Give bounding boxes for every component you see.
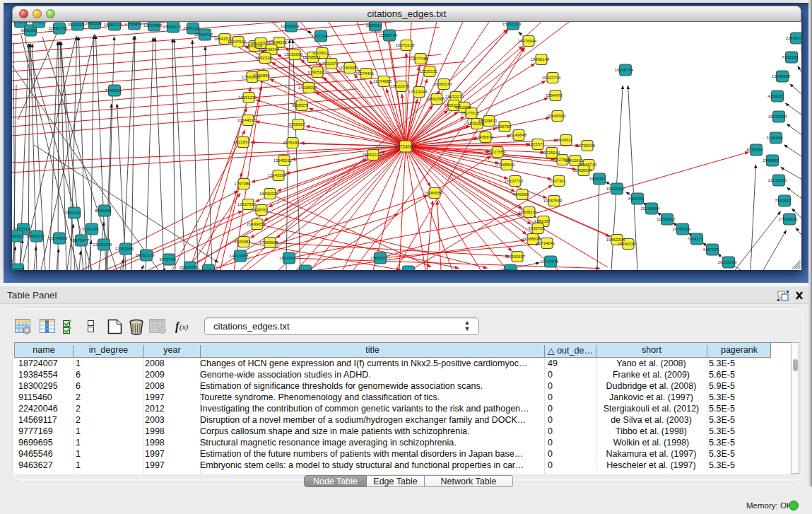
svg-text:3035728: 3035728 — [528, 226, 545, 230]
svg-text:10717675: 10717675 — [540, 259, 559, 264]
svg-text:15031529: 15031529 — [502, 22, 522, 26]
svg-text:20515263: 20515263 — [718, 260, 737, 264]
svg-text:18026717: 18026717 — [194, 33, 213, 37]
svg-text:5339937: 5339937 — [288, 122, 305, 127]
svg-text:22841736: 22841736 — [49, 26, 68, 30]
svg-text:3703859: 3703859 — [253, 74, 270, 78]
svg-text:14118095: 14118095 — [298, 86, 317, 90]
svg-text:17665640: 17665640 — [496, 163, 515, 167]
svg-text:4457975: 4457975 — [702, 247, 719, 252]
svg-text:3883910: 3883910 — [365, 23, 382, 28]
svg-text:12927396: 12927396 — [237, 202, 257, 206]
svg-text:7357234: 7357234 — [311, 34, 328, 38]
svg-text:12477488: 12477488 — [410, 57, 429, 61]
svg-text:21499058: 21499058 — [247, 222, 266, 226]
svg-text:22438378: 22438378 — [786, 36, 801, 40]
svg-text:4929082: 4929082 — [234, 240, 251, 244]
svg-text:20458054: 20458054 — [573, 168, 592, 173]
svg-text:7064171: 7064171 — [687, 237, 704, 241]
svg-text:3430558: 3430558 — [85, 22, 102, 25]
svg-text:5468605: 5468605 — [12, 267, 25, 270]
svg-text:19384554: 19384554 — [424, 191, 443, 195]
svg-text:19725914: 19725914 — [541, 151, 560, 155]
svg-text:5154104: 5154104 — [82, 227, 99, 231]
svg-text:7910827: 7910827 — [775, 199, 792, 203]
svg-text:2978182: 2978182 — [283, 141, 300, 145]
svg-text:19142407: 19142407 — [606, 187, 625, 191]
svg-text:8215958: 8215958 — [746, 148, 763, 152]
svg-text:13495588: 13495588 — [772, 74, 791, 78]
svg-text:18177615: 18177615 — [461, 111, 480, 115]
svg-text:12750036: 12750036 — [577, 144, 596, 148]
svg-text:10053809: 10053809 — [281, 24, 300, 28]
svg-text:19436144: 19436144 — [531, 57, 550, 62]
svg-text:20227559: 20227559 — [487, 150, 506, 154]
svg-text:20156684: 20156684 — [641, 206, 660, 211]
svg-text:13945012: 13945012 — [273, 158, 293, 163]
svg-text:19973477: 19973477 — [71, 238, 90, 243]
svg-text:4158480: 4158480 — [124, 22, 141, 26]
svg-text:17656906: 17656906 — [779, 217, 798, 221]
svg-text:22053165: 22053165 — [115, 247, 134, 251]
svg-text:10057659: 10057659 — [543, 199, 563, 203]
svg-text:18724007: 18724007 — [394, 144, 416, 149]
svg-text:3181037: 3181037 — [534, 219, 551, 223]
svg-text:11350932: 11350932 — [657, 217, 676, 221]
svg-text:5594478: 5594478 — [546, 93, 563, 98]
svg-text:15953222: 15953222 — [363, 153, 382, 157]
svg-text:10661588: 10661588 — [426, 97, 445, 101]
svg-text:7031971: 7031971 — [322, 62, 339, 66]
svg-text:2999883: 2999883 — [763, 158, 779, 163]
svg-text:13270483: 13270483 — [143, 23, 163, 28]
svg-text:6582326: 6582326 — [255, 56, 272, 60]
svg-text:1757086: 1757086 — [234, 182, 251, 186]
svg-text:(x): (x) — [180, 322, 189, 332]
svg-text:10322734: 10322734 — [542, 76, 561, 80]
svg-text:20274461: 20274461 — [355, 71, 375, 76]
svg-text:3604511: 3604511 — [557, 138, 574, 142]
svg-text:8321837: 8321837 — [233, 140, 250, 144]
svg-text:3075745: 3075745 — [159, 257, 176, 262]
svg-text:19490077: 19490077 — [26, 234, 45, 238]
svg-text:15445909: 15445909 — [547, 114, 566, 118]
svg-text:15244500: 15244500 — [49, 236, 68, 240]
svg-text:3307301: 3307301 — [549, 179, 566, 183]
svg-text:5840397: 5840397 — [589, 177, 606, 181]
svg-text:13132690: 13132690 — [284, 52, 303, 57]
svg-text:12525131: 12525131 — [419, 69, 438, 74]
svg-text:18622670: 18622670 — [391, 84, 410, 88]
svg-text:9308575: 9308575 — [292, 103, 309, 107]
svg-text:16623006: 16623006 — [250, 41, 269, 45]
svg-text:10644615: 10644615 — [237, 118, 257, 122]
svg-text:6061658: 6061658 — [20, 28, 37, 33]
svg-text:16307710: 16307710 — [505, 179, 524, 183]
svg-text:9335812: 9335812 — [312, 51, 329, 55]
svg-text:11074688: 11074688 — [373, 79, 392, 83]
svg-text:4043823: 4043823 — [12, 234, 24, 238]
svg-text:15550734: 15550734 — [379, 33, 398, 37]
svg-text:16648784: 16648784 — [615, 68, 634, 72]
svg-text:8490656: 8490656 — [95, 209, 112, 213]
svg-text:4952451: 4952451 — [628, 197, 645, 201]
svg-text:14248078: 14248078 — [28, 22, 47, 24]
svg-text:6535209: 6535209 — [467, 122, 484, 126]
svg-text:20943743: 20943743 — [578, 163, 597, 167]
svg-text:15063972: 15063972 — [500, 268, 519, 270]
svg-text:21433273: 21433273 — [445, 95, 464, 99]
svg-text:3746598: 3746598 — [340, 66, 357, 70]
svg-text:22160294: 22160294 — [93, 243, 112, 247]
svg-text:2983419: 2983419 — [64, 211, 81, 215]
svg-text:19379254: 19379254 — [768, 115, 787, 119]
svg-text:20562129: 20562129 — [136, 253, 155, 257]
svg-text:21770515: 21770515 — [768, 178, 787, 182]
svg-text:3106848: 3106848 — [766, 136, 783, 140]
svg-text:20648195: 20648195 — [269, 40, 288, 45]
svg-text:2563055: 2563055 — [370, 256, 387, 260]
svg-text:11058511: 11058511 — [302, 55, 321, 59]
svg-text:12643564: 12643564 — [268, 173, 287, 177]
svg-text:3343959: 3343959 — [105, 88, 122, 93]
svg-text:14310388: 14310388 — [230, 254, 249, 258]
svg-text:2663941: 2663941 — [279, 256, 296, 260]
svg-text:14351230: 14351230 — [238, 95, 257, 100]
svg-text:17406879: 17406879 — [475, 135, 494, 139]
